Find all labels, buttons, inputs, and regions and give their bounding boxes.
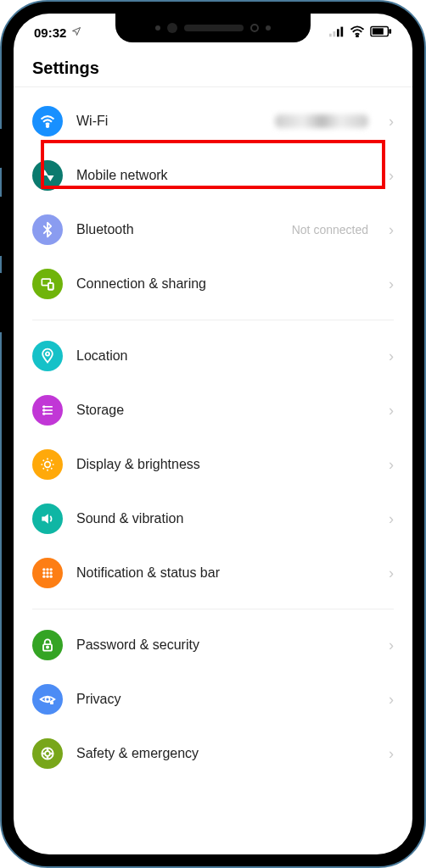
screen: 09:32 Settings: [14, 14, 412, 854]
chevron-right-icon: ›: [382, 565, 394, 582]
chevron-right-icon: ›: [382, 402, 394, 420]
row-mobile-network[interactable]: Mobile network ›: [32, 148, 394, 203]
svg-rect-6: [373, 28, 384, 34]
row-label: Bluetooth: [76, 222, 278, 237]
row-label: Storage: [76, 403, 368, 418]
row-wifi[interactable]: Wi-Fi ›: [32, 94, 394, 148]
phone-frame: 09:32 Settings: [0, 0, 426, 868]
row-location[interactable]: Location ›: [32, 329, 394, 383]
row-safety-emergency[interactable]: Safety & emergency ›: [32, 726, 394, 781]
svg-point-31: [46, 698, 50, 702]
brightness-icon: [32, 449, 63, 480]
row-value: Not connected: [292, 223, 368, 236]
row-label: Display & brightness: [76, 457, 368, 472]
chevron-right-icon: ›: [382, 456, 394, 474]
side-button: [0, 273, 3, 332]
notch: [115, 14, 311, 42]
chevron-right-icon: ›: [382, 275, 394, 293]
svg-rect-0: [329, 34, 332, 37]
row-label: Safety & emergency: [76, 746, 368, 761]
svg-point-28: [50, 576, 53, 578]
side-button: [0, 129, 3, 168]
sound-icon: [32, 504, 63, 534]
row-storage[interactable]: Storage ›: [32, 383, 394, 437]
location-arrow-icon: [71, 26, 81, 39]
notification-icon: [32, 558, 63, 588]
row-label: Mobile network: [76, 168, 368, 183]
svg-rect-2: [337, 29, 339, 36]
chevron-right-icon: ›: [382, 113, 394, 131]
svg-point-21: [46, 568, 48, 570]
svg-rect-10: [48, 283, 53, 290]
row-label: Wi-Fi: [76, 114, 261, 129]
row-display[interactable]: Display & brightness ›: [32, 437, 394, 492]
signal-icon: [329, 25, 345, 40]
row-bluetooth[interactable]: Bluetooth Not connected ›: [32, 203, 394, 257]
battery-icon: [370, 25, 392, 40]
storage-icon: [32, 395, 63, 426]
mobile-network-icon: [32, 160, 63, 191]
connection-sharing-icon: [32, 269, 63, 299]
svg-rect-33: [51, 702, 53, 704]
chevron-right-icon: ›: [382, 637, 394, 654]
svg-rect-3: [341, 27, 344, 37]
row-label: Sound & vibration: [76, 511, 368, 526]
svg-point-27: [46, 576, 48, 578]
chevron-right-icon: ›: [382, 510, 394, 528]
svg-point-20: [42, 568, 45, 570]
divider: [32, 609, 394, 609]
chevron-right-icon: ›: [382, 745, 394, 763]
svg-point-8: [47, 125, 48, 127]
row-label: Password & security: [76, 637, 368, 653]
svg-rect-7: [389, 29, 391, 34]
row-label: Connection & sharing: [76, 276, 368, 292]
svg-point-25: [50, 571, 53, 574]
svg-rect-1: [334, 31, 336, 36]
svg-point-19: [45, 462, 51, 468]
chevron-right-icon: ›: [382, 167, 394, 185]
wifi-status-icon: [350, 25, 365, 40]
safety-icon: [32, 738, 63, 769]
svg-point-35: [45, 751, 50, 756]
svg-point-23: [42, 571, 45, 574]
svg-point-12: [46, 352, 49, 355]
svg-point-26: [42, 576, 45, 578]
settings-list: Wi-Fi › Mobile network › Bluetooth Not c…: [14, 87, 412, 781]
row-label: Location: [76, 348, 368, 364]
svg-point-30: [47, 646, 48, 648]
status-time: 09:32: [34, 25, 66, 40]
row-privacy[interactable]: Privacy ›: [32, 672, 394, 726]
row-password-security[interactable]: Password & security ›: [32, 618, 394, 672]
svg-point-18: [43, 413, 45, 415]
svg-point-16: [43, 406, 45, 408]
privacy-icon: [32, 684, 63, 715]
wifi-icon: [32, 106, 63, 136]
chevron-right-icon: ›: [382, 221, 394, 239]
lock-icon: [32, 630, 63, 660]
side-button: [0, 197, 3, 256]
svg-point-4: [356, 36, 358, 37]
row-label: Privacy: [76, 692, 368, 707]
bluetooth-icon: [32, 214, 63, 245]
row-label: Notification & status bar: [76, 565, 368, 581]
svg-point-22: [50, 568, 53, 570]
divider: [32, 320, 394, 320]
wifi-value-blurred: [275, 114, 368, 128]
svg-point-17: [43, 409, 45, 411]
chevron-right-icon: ›: [382, 691, 394, 709]
page-title: Settings: [14, 45, 412, 87]
chevron-right-icon: ›: [382, 348, 394, 365]
location-icon: [32, 341, 63, 371]
row-sound[interactable]: Sound & vibration ›: [32, 492, 394, 546]
row-notification[interactable]: Notification & status bar ›: [32, 546, 394, 600]
svg-point-24: [46, 571, 48, 574]
row-connection-sharing[interactable]: Connection & sharing ›: [32, 257, 394, 311]
